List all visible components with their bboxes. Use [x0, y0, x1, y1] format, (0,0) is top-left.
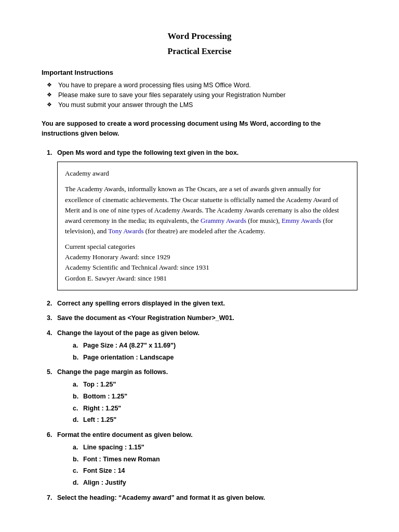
instruction-5-sub-d: d. Left : 1.25": [73, 415, 357, 425]
intro-text: You are supposed to create a word proces…: [42, 119, 357, 139]
cat1: Academy Honorary Award: since 1929: [65, 252, 350, 262]
instruction-3: 3. Save the document as <Your Registrati…: [42, 313, 357, 323]
tony-awards-link[interactable]: Tony Awards: [108, 227, 143, 235]
instruction-6-sublist: a. Line spacing : 1.15" b. Font : Times …: [57, 443, 357, 488]
instructions-list: 1. Open Ms word and type the following t…: [42, 148, 357, 503]
sub-label-6b: b.: [73, 455, 78, 464]
sub-text-6d: Align : Justify: [83, 479, 126, 486]
instruction-1-number: 1.: [47, 148, 52, 158]
tony-suffix: (for theatre) are modeled after the Acad…: [143, 227, 265, 235]
sub-label-6c: c.: [73, 466, 78, 476]
text-box: Academy award The Academy Awards, inform…: [57, 162, 357, 290]
text-box-body: The Academy Awards, informally known as …: [65, 184, 350, 283]
emmy-awards-link[interactable]: Emmy Awards: [282, 217, 321, 224]
sub-text-5d: Left : 1.25": [83, 416, 116, 423]
special-categories: Current special categories Academy Honor…: [65, 242, 350, 284]
sub-label-5d: d.: [73, 415, 78, 425]
instruction-1: 1. Open Ms word and type the following t…: [42, 148, 357, 290]
instruction-5-sublist: a. Top : 1.25" b. Bottom : 1.25" c. Righ…: [57, 380, 357, 425]
instruction-4-sub-a: a. Page Size : A4 (8.27" x 11.69"): [73, 341, 357, 351]
important-instructions-heading: Important Instructions: [42, 69, 357, 76]
instruction-6-sub-d: d. Align : Justify: [73, 478, 357, 488]
grammy-awards-link[interactable]: Grammy Awards: [201, 217, 246, 224]
bullet-item-3: You must submit your answer through the …: [47, 101, 357, 109]
bullet-list: You have to prepare a word processing fi…: [42, 82, 357, 109]
instruction-6: 6. Format the entire document as given b…: [42, 430, 357, 488]
instruction-6-sub-b: b. Font : Times new Roman: [73, 455, 357, 464]
instruction-5-sub-a: a. Top : 1.25": [73, 380, 357, 390]
instruction-2-number: 2.: [47, 299, 52, 309]
instruction-3-number: 3.: [47, 313, 52, 323]
instruction-4-text: Change the layout of the page as given b…: [57, 329, 200, 337]
sub-text-5c: Right : 1.25": [83, 405, 121, 412]
sub-label-6d: d.: [73, 478, 78, 488]
grammy-suffix: (for music),: [246, 217, 282, 224]
instruction-6-number: 6.: [47, 430, 52, 440]
instruction-4: 4. Change the layout of the page as give…: [42, 328, 357, 362]
instruction-3-text: Save the document as <Your Registration …: [57, 314, 234, 322]
instruction-6-text: Format the entire document as given belo…: [57, 431, 193, 438]
bullet-item-1: You have to prepare a word processing fi…: [47, 82, 357, 89]
instruction-5-number: 5.: [47, 367, 52, 377]
sub-label-6a: a.: [73, 443, 78, 453]
special-heading: Current special categories: [65, 242, 350, 252]
instruction-7: 7. Select the heading: “Academy award” a…: [42, 493, 357, 503]
sub-text-6c: Font Size : 14: [83, 467, 125, 474]
sub-text-4b: Page orientation : Landscape: [83, 354, 174, 361]
sub-label-5b: b.: [73, 392, 78, 402]
sub-text-6a: Line spacing : 1.15": [83, 444, 144, 451]
sub-label-4b: b.: [73, 353, 78, 363]
sub-label-5c: c.: [73, 404, 78, 414]
instruction-2-text: Correct any spelling errors displayed in…: [57, 300, 225, 307]
sub-label-4a: a.: [73, 341, 78, 351]
instruction-2: 2. Correct any spelling errors displayed…: [42, 299, 357, 309]
cat2: Academy Scientific and Technical Award: …: [65, 262, 350, 273]
instruction-4-sublist: a. Page Size : A4 (8.27" x 11.69") b. Pa…: [57, 341, 357, 363]
page-title: Word Processing: [42, 31, 357, 42]
cat3: Gordon E. Sawyer Award: since 1981: [65, 273, 350, 284]
instruction-6-sub-a: a. Line spacing : 1.15": [73, 443, 357, 453]
instruction-7-text: Select the heading: “Academy award” and …: [57, 494, 265, 501]
instruction-5-sub-c: c. Right : 1.25": [73, 404, 357, 414]
instruction-7-number: 7.: [47, 493, 52, 503]
sub-text-4a: Page Size : A4 (8.27" x 11.69"): [83, 342, 176, 349]
sub-text-6b: Font : Times new Roman: [83, 456, 160, 463]
sub-text-5a: Top : 1.25": [83, 381, 116, 388]
instruction-6-sub-c: c. Font Size : 14: [73, 466, 357, 476]
bullet-item-2: Please make sure to save your files sepa…: [47, 91, 357, 99]
sub-text-5b: Bottom : 1.25": [83, 393, 127, 400]
instruction-5: 5. Change the page margin as follows. a.…: [42, 367, 357, 425]
instruction-5-text: Change the page margin as follows.: [57, 368, 168, 376]
page-subtitle: Practical Exercise: [42, 47, 357, 56]
instruction-1-text: Open Ms word and type the following text…: [57, 149, 238, 156]
instruction-4-number: 4.: [47, 328, 52, 338]
instruction-4-sub-b: b. Page orientation : Landscape: [73, 353, 357, 363]
text-box-title: Academy award: [65, 168, 350, 179]
instruction-5-sub-b: b. Bottom : 1.25": [73, 392, 357, 402]
sub-label-5a: a.: [73, 380, 78, 390]
